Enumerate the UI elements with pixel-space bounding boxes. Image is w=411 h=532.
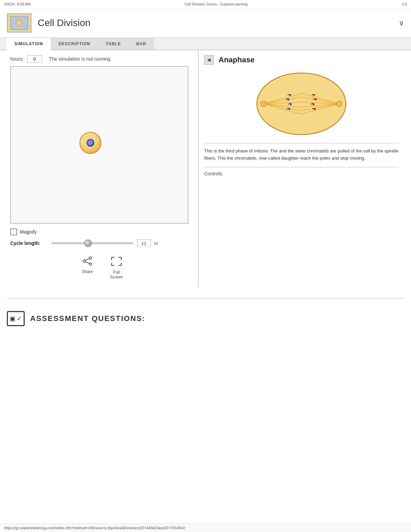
magnify-checkbox[interactable]	[10, 228, 17, 235]
phase-back-button[interactable]: ◄	[204, 55, 214, 65]
svg-point-2	[83, 260, 85, 262]
app-header: Cell Division ∨	[0, 9, 411, 38]
assessment-check-icon: ✓	[17, 315, 22, 322]
share-icon	[82, 257, 92, 268]
cycle-row: Cycle length: 12 hr	[10, 239, 195, 247]
app-logo	[7, 13, 32, 33]
header-chevron-icon[interactable]: ∨	[399, 18, 404, 27]
hours-input[interactable]	[27, 55, 42, 63]
simulation-panel: hours: The simulation is not running. Ma…	[7, 50, 199, 288]
cycle-label: Cycle length:	[10, 240, 48, 246]
fullscreen-button[interactable]: FullScreen	[110, 257, 123, 280]
svg-point-5	[257, 73, 346, 135]
main-divider	[7, 298, 404, 299]
fullscreen-label: FullScreen	[110, 270, 123, 280]
assessment-icon: ▣ ✓	[7, 311, 25, 326]
main-content: hours: The simulation is not running. Ma…	[0, 50, 411, 288]
phase-description: This is the third phase of mitosis. The …	[204, 143, 399, 162]
logo-inner	[10, 16, 28, 30]
browser-bar: 2/8/24, 9:09 AM Cell Division Gizmo : Ex…	[0, 0, 411, 9]
share-button[interactable]: Share	[82, 257, 93, 280]
magnify-label: Magnify	[20, 229, 37, 235]
controls-label: Controls:	[204, 167, 399, 176]
cycle-slider-track[interactable]	[51, 242, 134, 244]
phase-illustration	[204, 70, 399, 138]
magnify-row: Magnify	[10, 228, 195, 235]
share-label: Share	[82, 269, 93, 274]
cell-nucleus	[87, 139, 94, 147]
svg-point-19	[336, 101, 342, 107]
anaphase-diagram	[253, 70, 349, 138]
logo-cell	[16, 20, 22, 26]
app-title: Cell Division	[38, 17, 399, 28]
cell-container	[79, 132, 101, 154]
phase-title: Anaphase	[219, 55, 254, 64]
tabs-bar: SIMULATION DESCRIPTION TABLE BAR	[0, 38, 411, 50]
cycle-unit: hr	[154, 241, 158, 246]
sim-controls-top: hours: The simulation is not running.	[10, 55, 195, 63]
browser-page-title: Cell Division Gizmo : ExploreLearning	[30, 2, 402, 6]
assessment-title: ASSESSMENT QUESTIONS:	[30, 314, 146, 323]
cycle-value-box: 12	[137, 239, 151, 247]
svg-line-4	[85, 262, 89, 263]
footer-url: https://gz.explorelearning.com/index.cfm…	[4, 526, 185, 530]
tab-description[interactable]: DESCRIPTION	[51, 38, 98, 50]
fullscreen-icon	[111, 257, 122, 269]
tab-bar[interactable]: BAR	[129, 38, 154, 50]
tab-table[interactable]: TABLE	[98, 38, 129, 50]
phase-description-text: This is the third phase of mitosis. The …	[204, 148, 399, 161]
svg-line-3	[85, 259, 89, 260]
action-buttons: Share FullScreen	[10, 253, 195, 283]
svg-point-18	[261, 101, 266, 107]
footer-bar: https://gz.explorelearning.com/index.cfm…	[0, 523, 411, 532]
browser-page-num: 1/3	[402, 2, 407, 6]
assessment-checkbox-icon: ▣	[10, 315, 15, 322]
cycle-slider-thumb[interactable]	[84, 239, 92, 247]
tab-simulation[interactable]: SIMULATION	[7, 38, 51, 50]
hours-label: hours:	[10, 56, 24, 62]
svg-point-1	[89, 263, 91, 265]
cell-outer	[79, 132, 101, 154]
browser-timestamp: 2/8/24, 9:09 AM	[4, 2, 30, 6]
sim-status: The simulation is not running.	[49, 56, 112, 62]
sim-viewport	[10, 66, 188, 224]
assessment-section: ▣ ✓ ASSESSMENT QUESTIONS:	[0, 306, 411, 332]
svg-point-0	[89, 257, 91, 259]
phase-header: ◄ Anaphase	[204, 55, 399, 65]
back-arrow-icon: ◄	[206, 57, 212, 63]
description-panel: ◄ Anaphase	[199, 50, 404, 288]
